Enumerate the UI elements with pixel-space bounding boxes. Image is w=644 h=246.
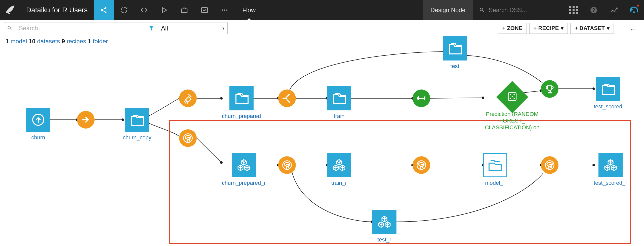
- filter-value: All: [158, 25, 222, 32]
- svg-line-29: [430, 98, 483, 98]
- dashboard-icon[interactable]: [194, 0, 215, 20]
- flow-search[interactable]: [4, 22, 145, 34]
- collapse-right-icon[interactable]: ←: [629, 25, 637, 34]
- add-zone-button[interactable]: + ZONE: [498, 23, 527, 34]
- recipes-link[interactable]: recipes: [67, 38, 86, 45]
- recipe-split[interactable]: [278, 89, 296, 107]
- dataset-test-scored[interactable]: test_scored: [594, 77, 622, 110]
- folder-model-r[interactable]: model_r: [483, 153, 507, 186]
- dataiku-logo[interactable]: [0, 0, 20, 20]
- caret-down-icon: ▾: [607, 25, 610, 32]
- briefcase-icon[interactable]: [174, 0, 194, 20]
- code-icon[interactable]: [134, 0, 154, 20]
- dataset-churn-prepared-r[interactable]: churn_prepared_r: [222, 153, 266, 186]
- dataset-churn-copy[interactable]: churn_copy: [123, 108, 151, 141]
- jobs-icon[interactable]: [114, 0, 134, 20]
- help-icon[interactable]: [584, 0, 604, 20]
- page-title: Flow: [235, 0, 263, 20]
- recipe-r-prepare[interactable]: [179, 129, 197, 147]
- add-dataset-button[interactable]: + DATASET ▾: [570, 23, 614, 34]
- dataset-train[interactable]: train: [327, 86, 351, 119]
- svg-line-32: [197, 138, 221, 163]
- search-icon: [4, 22, 15, 34]
- datasets-link[interactable]: datasets: [37, 38, 60, 45]
- models-link[interactable]: model: [11, 38, 27, 45]
- recipe-prepare[interactable]: [179, 89, 197, 107]
- recipe-r-score[interactable]: [541, 156, 558, 174]
- project-name[interactable]: Dataiku for R Users: [20, 0, 94, 20]
- model-prediction[interactable]: Prediction (RANDOM FOREST_ CLASSIFICATIO…: [485, 86, 540, 131]
- dataset-test-scored-r[interactable]: test_scored_r: [594, 153, 627, 186]
- flow-counts: 1 model 10 datasets 9 recipes 1 folder: [0, 34, 644, 45]
- dataset-test[interactable]: test: [443, 36, 467, 70]
- play-icon[interactable]: [154, 0, 174, 20]
- apps-icon[interactable]: [564, 0, 584, 20]
- flow-filter[interactable]: All ▾: [145, 22, 228, 34]
- dataset-churn-prepared[interactable]: churn_prepared: [222, 86, 261, 119]
- admin-gauge-icon[interactable]: [624, 0, 644, 20]
- folders-link[interactable]: folder: [93, 38, 108, 45]
- caret-down-icon: ▾: [222, 26, 224, 31]
- global-search[interactable]: [473, 0, 564, 20]
- recipe-score[interactable]: [541, 80, 558, 98]
- caret-down-icon: ▾: [561, 25, 564, 32]
- recipe-train-ml[interactable]: [413, 89, 430, 107]
- flow-search-input[interactable]: [15, 22, 145, 34]
- svg-point-43: [482, 97, 484, 99]
- more-icon[interactable]: [215, 0, 235, 20]
- add-recipe-button[interactable]: + RECIPE ▾: [529, 23, 568, 34]
- dataset-train-r[interactable]: train_r: [327, 153, 351, 186]
- recipe-sync[interactable]: [77, 111, 95, 129]
- flow-icon[interactable]: [94, 0, 114, 20]
- funnel-icon: [145, 22, 158, 34]
- global-search-input[interactable]: [489, 7, 557, 14]
- design-node-label: Design Node: [423, 0, 473, 20]
- activity-icon[interactable]: [604, 0, 624, 20]
- search-icon: [479, 7, 485, 14]
- recipe-r-split[interactable]: [278, 156, 296, 174]
- recipe-r-train[interactable]: [413, 156, 430, 174]
- dataset-churn[interactable]: churn: [26, 108, 50, 141]
- dataset-test-r[interactable]: test_r: [372, 210, 396, 243]
